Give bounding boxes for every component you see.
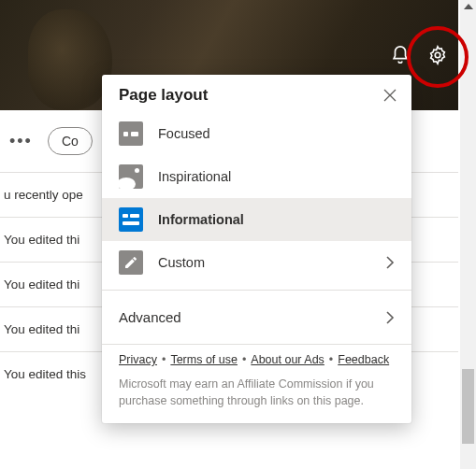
layout-option-focused[interactable]: Focused bbox=[102, 112, 411, 155]
option-label: Inspirational bbox=[158, 169, 395, 184]
scrollbar[interactable] bbox=[460, 0, 476, 469]
scroll-up-arrow[interactable] bbox=[464, 4, 473, 9]
scroll-thumb[interactable] bbox=[462, 369, 474, 444]
advanced-label: Advanced bbox=[119, 309, 181, 325]
pill-button[interactable]: Co bbox=[48, 127, 93, 155]
option-label: Custom bbox=[158, 255, 370, 270]
informational-icon bbox=[119, 207, 143, 232]
close-icon[interactable] bbox=[383, 89, 397, 102]
layout-option-custom[interactable]: Custom bbox=[102, 241, 411, 284]
page-layout-panel: Page layout Focused Inspirational Inform… bbox=[102, 75, 411, 423]
header-icons bbox=[390, 45, 448, 65]
layout-option-informational[interactable]: Informational bbox=[102, 198, 411, 241]
footer-links: Privacy•Terms of use•About our Ads•Feedb… bbox=[102, 350, 411, 370]
custom-icon bbox=[119, 250, 143, 275]
disclaimer-text: Microsoft may earn an Affiliate Commissi… bbox=[102, 370, 411, 409]
ads-link[interactable]: About our Ads bbox=[251, 353, 325, 366]
focused-icon bbox=[119, 121, 143, 146]
option-label: Focused bbox=[158, 126, 395, 141]
option-label: Informational bbox=[158, 212, 395, 227]
divider bbox=[102, 290, 411, 291]
terms-link[interactable]: Terms of use bbox=[170, 353, 238, 366]
svg-point-0 bbox=[435, 52, 440, 58]
feedback-link[interactable]: Feedback bbox=[338, 353, 389, 366]
privacy-link[interactable]: Privacy bbox=[119, 353, 157, 366]
panel-title: Page layout bbox=[119, 86, 208, 105]
chevron-right-icon bbox=[385, 256, 395, 269]
more-icon[interactable]: ••• bbox=[9, 132, 33, 151]
advanced-row[interactable]: Advanced bbox=[102, 296, 411, 338]
layout-option-inspirational[interactable]: Inspirational bbox=[102, 155, 411, 198]
settings-icon[interactable] bbox=[427, 45, 448, 65]
notifications-icon[interactable] bbox=[390, 45, 411, 65]
inspirational-icon bbox=[119, 164, 143, 189]
divider bbox=[102, 344, 411, 345]
chevron-right-icon bbox=[385, 311, 395, 324]
